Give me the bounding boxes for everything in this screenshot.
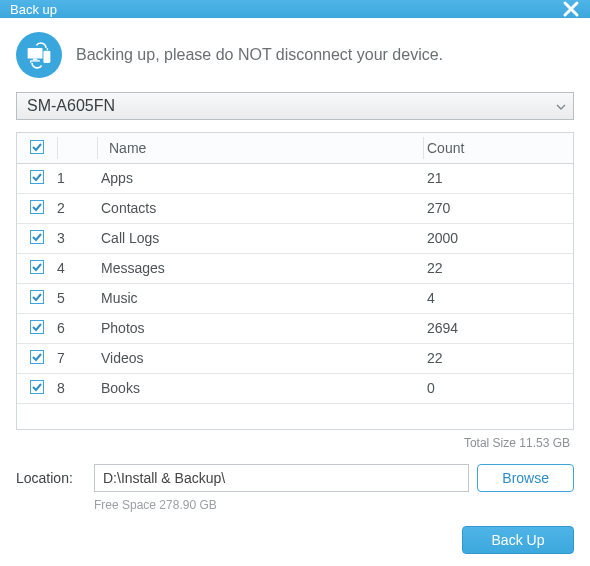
device-dropdown[interactable]: SM-A605FN: [16, 92, 574, 120]
row-count: 270: [423, 193, 573, 223]
row-index: 2: [57, 193, 97, 223]
window-title: Back up: [10, 2, 57, 17]
backup-table: Name Count 1Apps212Contacts2703Call Logs…: [16, 132, 574, 430]
backup-button[interactable]: Back Up: [462, 526, 574, 554]
row-count: 0: [423, 373, 573, 403]
table-row: 2Contacts270: [17, 193, 573, 223]
table-header-row: Name Count: [17, 133, 573, 163]
row-index: 4: [57, 253, 97, 283]
svg-rect-2: [30, 60, 40, 61]
browse-button[interactable]: Browse: [477, 464, 574, 492]
status-text: Backing up, please do NOT disconnect you…: [76, 46, 443, 64]
svg-rect-3: [43, 51, 50, 63]
row-count: 2000: [423, 223, 573, 253]
device-select: SM-A605FN: [16, 92, 574, 120]
row-checkbox[interactable]: [30, 320, 44, 334]
row-checkbox[interactable]: [30, 350, 44, 364]
row-index: 8: [57, 373, 97, 403]
status-row: Backing up, please do NOT disconnect you…: [16, 26, 574, 92]
row-index: 3: [57, 223, 97, 253]
row-name: Messages: [97, 253, 423, 283]
row-index: 5: [57, 283, 97, 313]
svg-rect-1: [33, 59, 37, 61]
row-name: Photos: [97, 313, 423, 343]
row-index: 6: [57, 313, 97, 343]
backup-window: Back up Backing up, please do NOT discon…: [0, 0, 590, 566]
row-checkbox[interactable]: [30, 380, 44, 394]
row-name: Books: [97, 373, 423, 403]
row-index: 7: [57, 343, 97, 373]
row-checkbox[interactable]: [30, 230, 44, 244]
table-row: 4Messages22: [17, 253, 573, 283]
location-input[interactable]: [94, 464, 469, 492]
row-count: 22: [423, 343, 573, 373]
location-row: Location: Browse: [16, 464, 574, 492]
row-count: 2694: [423, 313, 573, 343]
row-name: Contacts: [97, 193, 423, 223]
row-index: 1: [57, 163, 97, 193]
row-count: 4: [423, 283, 573, 313]
free-space: Free Space 278.90 GB: [94, 498, 574, 512]
device-selected: SM-A605FN: [27, 97, 115, 115]
table-row: 6Photos2694: [17, 313, 573, 343]
row-checkbox[interactable]: [30, 170, 44, 184]
select-all-checkbox[interactable]: [30, 140, 44, 154]
close-icon[interactable]: [562, 0, 580, 18]
svg-rect-0: [28, 48, 43, 59]
sync-icon: [16, 32, 62, 78]
table-row: 8Books0: [17, 373, 573, 403]
row-checkbox[interactable]: [30, 200, 44, 214]
row-name: Music: [97, 283, 423, 313]
table-row: 3Call Logs2000: [17, 223, 573, 253]
titlebar: Back up: [0, 0, 590, 18]
col-header-count[interactable]: Count: [423, 133, 573, 163]
row-checkbox[interactable]: [30, 290, 44, 304]
row-checkbox[interactable]: [30, 260, 44, 274]
row-name: Call Logs: [97, 223, 423, 253]
row-count: 21: [423, 163, 573, 193]
table-spacer: [17, 403, 573, 429]
col-header-name[interactable]: Name: [97, 133, 423, 163]
row-name: Videos: [97, 343, 423, 373]
row-count: 22: [423, 253, 573, 283]
table-row: 7Videos22: [17, 343, 573, 373]
total-size: Total Size 11.53 GB: [16, 436, 570, 450]
table-row: 5Music4: [17, 283, 573, 313]
footer: Back Up: [16, 526, 574, 554]
content: Backing up, please do NOT disconnect you…: [0, 18, 590, 566]
location-label: Location:: [16, 470, 86, 486]
row-name: Apps: [97, 163, 423, 193]
table-row: 1Apps21: [17, 163, 573, 193]
